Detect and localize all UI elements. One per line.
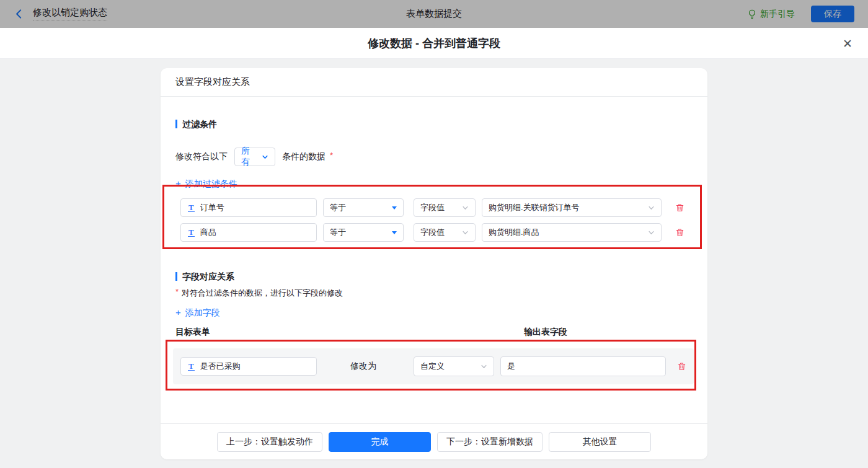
compare-value: 购货明细.关联销货订单号 <box>489 202 580 213</box>
required-asterisk: * <box>330 151 333 160</box>
close-icon[interactable]: ✕ <box>843 37 852 49</box>
filter-section-label: 过滤条件 <box>182 118 217 130</box>
prev-step-button[interactable]: 上一步：设置触发动作 <box>217 432 322 452</box>
save-button[interactable]: 保存 <box>811 6 854 22</box>
add-filter-condition-link[interactable]: + 添加过滤条件 <box>175 177 237 190</box>
text-field-type-icon: T <box>188 363 195 371</box>
filter-condition-row: T 商品 等于 字段值 <box>180 223 693 242</box>
mapping-column-headers: 目标表单 输出表字段 <box>175 326 693 337</box>
topbar-left: 修改以销定购状态 <box>14 7 107 21</box>
field-name: 订单号 <box>200 202 224 213</box>
target-field-name: 是否已采购 <box>200 361 241 372</box>
chevron-down-icon <box>648 229 655 236</box>
panel-body: 过滤条件 修改符合以下 所有 条件的数据 * + 添加过滤条件 <box>161 118 707 384</box>
modal-content: 设置字段对应关系 过滤条件 修改符合以下 所有 条件的数据 <box>0 68 868 468</box>
delete-condition-icon[interactable] <box>675 227 684 237</box>
match-condition-line: 修改符合以下 所有 条件的数据 * <box>175 148 693 166</box>
value-type-value: 字段值 <box>420 227 445 238</box>
modify-to-label: 修改为 <box>350 361 376 372</box>
modal-title: 修改数据 - 合并到普通字段 <box>368 36 500 51</box>
mapping-section-title: 字段对应关系 <box>175 270 693 283</box>
filter-section-title: 过滤条件 <box>175 118 693 130</box>
topbar-right: 新手引导 保存 <box>748 6 854 22</box>
mapping-rows: T 是否已采购 修改为 自定义 <box>175 348 693 384</box>
mapping-description-text: 对符合过滤条件的数据，进行以下字段的修改 <box>182 288 343 298</box>
chevron-down-icon <box>480 363 487 370</box>
done-button[interactable]: 完成 <box>329 432 431 452</box>
triangle-down-icon <box>392 206 397 210</box>
custom-value-input[interactable] <box>500 356 666 376</box>
chevron-down-icon <box>648 205 655 211</box>
text-field-type-icon: T <box>188 204 195 212</box>
mapping-section-label: 字段对应关系 <box>182 270 234 283</box>
mapping-row: T 是否已采购 修改为 自定义 <box>173 348 694 384</box>
topbar-center-title: 表单数据提交 <box>406 8 462 20</box>
operator-select[interactable]: 等于 <box>323 198 404 217</box>
operator-select[interactable]: 等于 <box>323 223 404 242</box>
chevron-down-icon <box>462 205 469 211</box>
field-select[interactable]: T 订单号 <box>180 198 317 217</box>
section-marker-bar <box>175 272 177 281</box>
match-mode-value: 所有 <box>241 146 258 168</box>
delete-mapping-icon[interactable] <box>677 361 686 371</box>
filter-condition-row: T 订单号 等于 字段值 <box>180 198 693 217</box>
plus-icon: + <box>175 308 181 317</box>
add-field-link[interactable]: + 添加字段 <box>175 306 220 319</box>
delete-condition-icon[interactable] <box>675 203 684 213</box>
plus-icon: + <box>175 179 181 188</box>
column-target-form: 目标表单 <box>175 327 210 337</box>
text-field-type-icon: T <box>188 229 195 237</box>
value-type-value: 字段值 <box>420 202 445 213</box>
target-field-select[interactable]: T 是否已采购 <box>180 357 317 376</box>
screen: 修改以销定购状态 表单数据提交 新手引导 保存 修改数据 - 合并到普通字段 ✕… <box>0 0 868 468</box>
modify-value-type-select[interactable]: 自定义 <box>414 356 494 376</box>
beginner-guide-link[interactable]: 新手引导 <box>748 9 795 20</box>
compare-value: 购货明细.商品 <box>489 227 539 238</box>
compare-value-select[interactable]: 购货明细.商品 <box>482 223 662 242</box>
operator-value: 等于 <box>330 227 346 238</box>
field-name: 商品 <box>200 227 216 238</box>
value-type-select[interactable]: 字段值 <box>414 198 476 217</box>
field-select[interactable]: T 商品 <box>180 223 317 242</box>
panel-title: 设置字段对应关系 <box>161 68 707 97</box>
beginner-guide-label: 新手引导 <box>760 9 795 20</box>
value-type-select[interactable]: 字段值 <box>414 223 476 242</box>
add-filter-condition-label: 添加过滤条件 <box>185 177 237 190</box>
workflow-name[interactable]: 修改以销定购状态 <box>33 7 107 21</box>
topbar: 修改以销定购状态 表单数据提交 新手引导 保存 <box>0 0 868 28</box>
operator-value: 等于 <box>330 202 346 213</box>
back-icon[interactable] <box>14 9 24 19</box>
filter-rows: T 订单号 等于 字段值 <box>175 198 693 242</box>
lightbulb-icon <box>748 9 756 19</box>
compare-value-select[interactable]: 购货明细.关联销货订单号 <box>482 198 662 217</box>
mapping-description: *对符合过滤条件的数据，进行以下字段的修改 <box>175 288 693 299</box>
column-output-field: 输出表字段 <box>524 326 567 337</box>
other-settings-button[interactable]: 其他设置 <box>549 432 651 452</box>
match-prefix-text: 修改符合以下 <box>175 151 228 162</box>
required-asterisk: * <box>175 287 179 296</box>
chevron-down-icon <box>462 229 469 236</box>
match-suffix-text: 条件的数据 <box>282 151 326 162</box>
chevron-down-icon <box>262 154 268 161</box>
next-step-button[interactable]: 下一步：设置新增数据 <box>437 432 542 452</box>
settings-panel: 设置字段对应关系 过滤条件 修改符合以下 所有 条件的数据 <box>161 68 707 459</box>
add-field-label: 添加字段 <box>185 306 220 319</box>
panel-footer: 上一步：设置触发动作 完成 下一步：设置新增数据 其他设置 <box>161 423 707 459</box>
modify-value-type: 自定义 <box>420 361 445 372</box>
triangle-down-icon <box>392 231 397 234</box>
section-marker-bar <box>175 120 177 128</box>
match-mode-select[interactable]: 所有 <box>234 148 275 166</box>
modal-titlebar: 修改数据 - 合并到普通字段 ✕ <box>0 28 868 59</box>
